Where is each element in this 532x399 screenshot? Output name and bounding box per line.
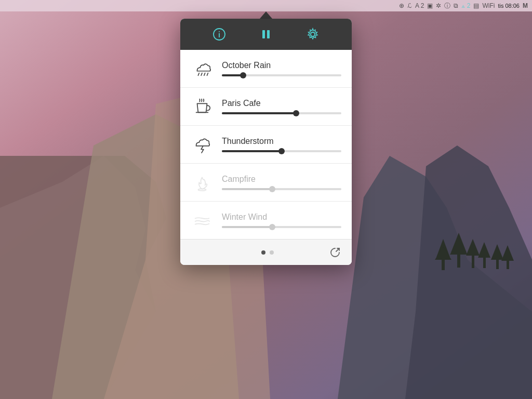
winter-wind-label: Winter Wind — [222, 212, 341, 222]
popup-container: October Rain — [180, 11, 352, 265]
sound-item-campfire: Campfire — [180, 164, 352, 202]
october-rain-slider[interactable] — [222, 74, 341, 76]
svg-line-23 — [204, 73, 205, 76]
menubar-icon-dropbox: ✲ — [436, 2, 441, 9]
sound-item-winter-wind: Winter Wind — [180, 202, 352, 239]
thunderstorm-slider[interactable] — [222, 150, 341, 152]
svg-point-17 — [219, 31, 220, 32]
menubar-wifi-icon: WiFi — [482, 2, 495, 9]
paris-cafe-content: Paris Cafe — [222, 99, 341, 114]
menubar-icon-5: ⓘ — [444, 2, 450, 10]
svg-point-20 — [311, 32, 315, 36]
svg-rect-7 — [472, 254, 474, 268]
paris-cafe-track — [222, 112, 296, 114]
sounds-list: October Rain — [180, 50, 352, 239]
paris-cafe-label: Paris Cafe — [222, 99, 341, 108]
october-rain-icon — [191, 57, 214, 80]
popup-footer — [180, 239, 352, 265]
menubar-icon-1: ⊕ — [399, 2, 404, 9]
menubar-icon-4: ▣ — [427, 2, 433, 9]
winter-wind-icon — [191, 209, 214, 232]
campfire-icon — [191, 171, 214, 194]
sound-item-paris-cafe: Paris Cafe — [180, 88, 352, 126]
thunderstorm-icon — [191, 133, 214, 156]
thunderstorm-label: Thunderstorm — [222, 137, 341, 146]
sound-item-october-rain: October Rain — [180, 50, 352, 88]
svg-point-26 — [198, 189, 206, 191]
svg-rect-18 — [262, 30, 265, 38]
paris-cafe-slider[interactable] — [222, 112, 341, 114]
page-dot-1[interactable] — [261, 250, 265, 255]
pause-button[interactable] — [259, 28, 273, 41]
popup-arrow — [260, 11, 272, 19]
winter-wind-content: Winter Wind — [222, 212, 341, 228]
paris-cafe-thumb[interactable] — [293, 110, 299, 116]
svg-rect-19 — [267, 30, 270, 38]
popup-panel: October Rain — [180, 19, 352, 265]
menubar-apple-icon: M — [523, 2, 528, 9]
svg-line-21 — [198, 73, 199, 76]
campfire-label: Campfire — [222, 175, 341, 184]
campfire-thumb[interactable] — [269, 186, 275, 192]
thunderstorm-track — [222, 150, 282, 152]
campfire-content: Campfire — [222, 175, 341, 190]
popup-header — [180, 19, 352, 50]
thunderstorm-content: Thunderstorm — [222, 137, 341, 152]
menubar-icon-8: ▤ — [473, 2, 479, 9]
info-button[interactable] — [212, 28, 226, 41]
svg-line-24 — [207, 73, 208, 76]
pagination-dots — [261, 250, 274, 255]
sound-item-thunderstorm: Thunderstorm — [180, 126, 352, 164]
menubar: ⊕ ℒ A 2 ▣ ✲ ⓘ ⧉ ⟁ 2 ▤ WiFi tis 08:06 M — [0, 0, 532, 11]
menubar-icon-2: ℒ — [407, 2, 412, 9]
paris-cafe-icon — [191, 95, 214, 118]
october-rain-thumb[interactable] — [240, 72, 246, 78]
page-dot-2[interactable] — [270, 250, 274, 255]
menubar-time: tis 08:06 — [498, 3, 520, 9]
october-rain-content: October Rain — [222, 61, 341, 76]
winter-wind-slider[interactable] — [222, 226, 341, 228]
winter-wind-track — [222, 226, 272, 228]
settings-button[interactable] — [306, 28, 320, 41]
menubar-icon-6: ⧉ — [454, 2, 458, 9]
october-rain-label: October Rain — [222, 61, 341, 70]
campfire-track — [222, 188, 272, 190]
reset-button[interactable] — [329, 246, 341, 259]
winter-wind-thumb[interactable] — [269, 224, 275, 230]
menubar-icon-3: A 2 — [415, 2, 424, 9]
thunderstorm-thumb[interactable] — [278, 148, 285, 154]
svg-line-22 — [201, 73, 202, 76]
menubar-icon-7: ⟁ 2 — [461, 2, 470, 9]
campfire-slider[interactable] — [222, 188, 341, 190]
